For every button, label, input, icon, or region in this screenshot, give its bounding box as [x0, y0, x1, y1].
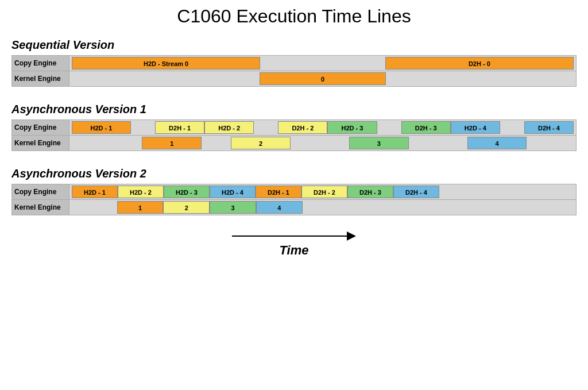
timeline-row-async2-1: Kernel Engine1234	[12, 200, 577, 215]
block-async1-0-7	[377, 121, 401, 134]
section-title-async2: Asynchronous Version 2	[11, 167, 577, 180]
block-async2-0-6: D2H - 3	[347, 186, 393, 198]
timeline-cell-sequential-1: 0	[69, 71, 577, 87]
timeline-row-sequential-0: Copy EngineH2D - Stream 0D2H - 0	[12, 56, 577, 71]
timeline-cell-async2-1: 1234	[69, 200, 577, 215]
timeline-cell-async1-0: H2D - 1D2H - 1H2D - 2D2H - 2H2D - 3D2H -…	[69, 120, 577, 136]
arrow-row	[232, 231, 356, 241]
timeline-cell-async2-0: H2D - 1H2D - 2H2D - 3H2D - 4D2H - 1D2H -…	[69, 184, 577, 200]
arrow-head	[347, 231, 356, 241]
block-async2-1-0	[72, 201, 117, 214]
section-sequential: Sequential VersionCopy EngineH2D - Strea…	[11, 38, 577, 87]
timeline-row-sequential-1: Kernel Engine0	[12, 71, 577, 87]
timeline-cell-sequential-0: H2D - Stream 0D2H - 0	[69, 56, 577, 71]
block-async1-1-0	[72, 137, 142, 149]
block-async2-0-7: D2H - 4	[393, 186, 439, 198]
timeline-row-async1-1: Kernel Engine1234	[12, 136, 577, 151]
page-title: C1060 Execution Time Lines	[11, 6, 577, 27]
block-async1-0-4	[254, 121, 278, 134]
block-sequential-0-0: H2D - Stream 0	[72, 57, 260, 69]
block-async1-1-1: 1	[142, 137, 202, 149]
block-async1-1-7: 4	[467, 137, 527, 149]
block-async2-0-4: D2H - 1	[256, 186, 301, 198]
block-async2-0-5: D2H - 2	[301, 186, 347, 198]
time-label: Time	[280, 243, 309, 258]
block-async1-1-4	[291, 137, 349, 149]
flex-row-async1-1: 1234	[72, 137, 574, 149]
block-async1-0-0: H2D - 1	[72, 121, 131, 134]
section-async1: Asynchronous Version 1Copy EngineH2D - 1…	[11, 103, 577, 151]
block-async1-1-5: 3	[349, 137, 409, 149]
timeline-row-async2-0: Copy EngineH2D - 1H2D - 2H2D - 3H2D - 4D…	[12, 184, 577, 200]
block-async2-0-1: H2D - 2	[118, 186, 164, 198]
block-sequential-0-1	[260, 57, 385, 69]
timeline-row-async1-0: Copy EngineH2D - 1D2H - 1H2D - 2D2H - 2H…	[12, 120, 577, 136]
block-async1-0-2: D2H - 1	[155, 121, 204, 134]
block-async2-1-3: 3	[210, 201, 256, 214]
block-async2-1-4: 4	[256, 201, 303, 214]
row-label-async2-1: Kernel Engine	[12, 200, 69, 215]
time-arrow-section: Time	[11, 231, 577, 258]
flex-row-async2-0: H2D - 1H2D - 2H2D - 3H2D - 4D2H - 1D2H -…	[72, 186, 574, 198]
block-async1-0-6: H2D - 3	[327, 121, 377, 134]
block-async2-0-0: H2D - 1	[72, 186, 118, 198]
block-async2-0-2: H2D - 3	[164, 186, 210, 198]
block-async1-0-5: D2H - 2	[278, 121, 327, 134]
block-sequential-1-0	[72, 72, 260, 85]
flex-row-sequential-1: 0	[72, 72, 574, 85]
block-sequential-1-1: 0	[260, 72, 386, 85]
block-async1-1-6	[409, 137, 467, 149]
block-async1-0-9: H2D - 4	[451, 121, 500, 134]
row-label-async1-1: Kernel Engine	[12, 136, 69, 151]
block-sequential-1-2	[386, 72, 574, 85]
row-label-sequential-0: Copy Engine	[12, 56, 69, 71]
block-async1-0-1	[131, 121, 155, 134]
section-async2: Asynchronous Version 2Copy EngineH2D - 1…	[11, 167, 577, 215]
block-async2-1-2: 2	[163, 201, 210, 214]
timeline-table-sequential: Copy EngineH2D - Stream 0D2H - 0Kernel E…	[11, 55, 577, 87]
block-async2-0-3: H2D - 4	[210, 186, 256, 198]
block-async1-0-8: D2H - 3	[401, 121, 451, 134]
section-title-sequential: Sequential Version	[11, 38, 577, 52]
row-label-async2-0: Copy Engine	[12, 184, 69, 200]
block-async1-0-10	[500, 121, 524, 134]
flex-row-async1-0: H2D - 1D2H - 1H2D - 2D2H - 2H2D - 3D2H -…	[72, 121, 574, 134]
block-async2-1-5	[303, 201, 574, 214]
row-label-sequential-1: Kernel Engine	[12, 71, 69, 87]
block-sequential-0-2: D2H - 0	[385, 57, 574, 69]
block-async1-1-8	[527, 137, 574, 149]
block-async2-0-8	[439, 186, 574, 198]
row-label-async1-0: Copy Engine	[12, 120, 69, 136]
block-async1-0-3: H2D - 2	[204, 121, 254, 134]
flex-row-async2-1: 1234	[72, 201, 574, 214]
block-async1-1-3: 2	[231, 137, 291, 149]
block-async1-0-11: D2H - 4	[524, 121, 574, 134]
timeline-cell-async1-1: 1234	[69, 136, 577, 151]
flex-row-sequential-0: H2D - Stream 0D2H - 0	[72, 57, 574, 69]
block-async2-1-1: 1	[117, 201, 164, 214]
timeline-table-async1: Copy EngineH2D - 1D2H - 1H2D - 2D2H - 2H…	[11, 119, 577, 151]
timeline-table-async2: Copy EngineH2D - 1H2D - 2H2D - 3H2D - 4D…	[11, 184, 577, 215]
section-title-async1: Asynchronous Version 1	[11, 103, 577, 116]
arrow-line	[232, 235, 347, 237]
block-async1-1-2	[202, 137, 231, 149]
